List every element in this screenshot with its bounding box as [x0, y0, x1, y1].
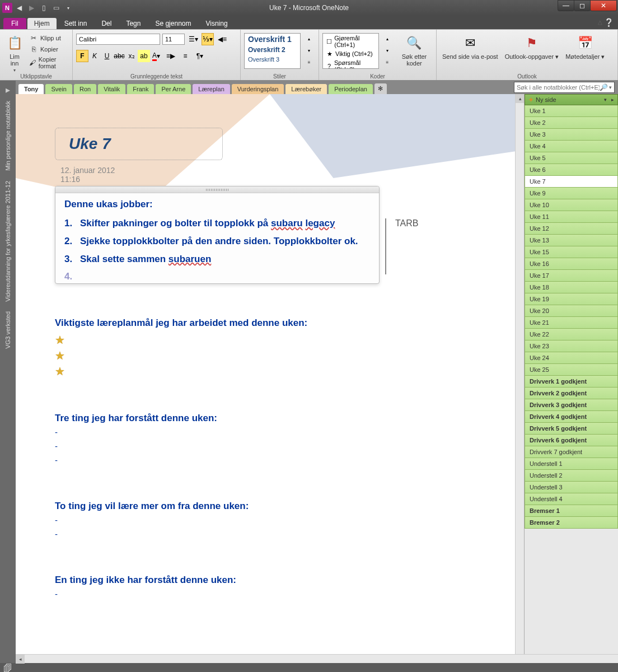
- page-list-item[interactable]: Uke 16: [525, 258, 618, 270]
- section-tab-periodeplan[interactable]: Periodeplan: [328, 83, 373, 94]
- page-list-item[interactable]: Understell 2: [525, 470, 618, 482]
- page-list-item[interactable]: Uke 19: [525, 293, 618, 305]
- page-list-item[interactable]: Understell 1: [525, 458, 618, 470]
- styles-more-button[interactable]: ≡: [303, 57, 315, 68]
- page-list-item[interactable]: Uke 9: [525, 188, 618, 199]
- style-heading3[interactable]: Overskrift 3: [245, 55, 300, 64]
- list-item[interactable]: 4.: [64, 268, 370, 272]
- tags-down-button[interactable]: ▾: [381, 45, 394, 57]
- page-list-item[interactable]: Uke 23: [525, 340, 618, 352]
- note-container-handle[interactable]: [55, 186, 379, 193]
- list-item[interactable]: 1.Skifter pakninger og bolter til topplo…: [64, 214, 370, 232]
- italic-button[interactable]: K: [88, 50, 101, 62]
- page-list-item[interactable]: Uke 6: [525, 164, 618, 176]
- tags-gallery[interactable]: ☐Gjøremål (Ctrl+1)★Viktig (Ctrl+2)?Spørs…: [322, 33, 379, 69]
- style-heading2[interactable]: Overskrift 2: [245, 45, 300, 55]
- ribbon-tab-se-gjennom[interactable]: Se gjennom: [148, 18, 198, 29]
- side-annotation[interactable]: TARB: [385, 218, 418, 274]
- qat-forward-button[interactable]: ▶: [26, 2, 37, 13]
- side-annotation-text[interactable]: TARB: [395, 218, 418, 228]
- list-item[interactable]: -: [55, 513, 485, 527]
- tags-up-button[interactable]: ▴: [381, 33, 394, 45]
- ribbon-tab-hjem[interactable]: Hjem: [27, 18, 57, 29]
- page-list-item[interactable]: Uke 24: [525, 352, 618, 364]
- page-list-item[interactable]: Uke 2: [525, 117, 618, 129]
- outlook-tasks-button[interactable]: ⚑ Outlook-oppgaver ▾: [503, 33, 561, 61]
- qat-dock-button[interactable]: ▯: [38, 2, 49, 13]
- section-tab-per-arne[interactable]: Per Arne: [155, 83, 191, 94]
- scroll-left-icon[interactable]: ◂: [16, 655, 25, 664]
- page-list-item[interactable]: Uke 15: [525, 246, 618, 258]
- search-input[interactable]: [517, 84, 600, 91]
- section-tab-vitalik[interactable]: Vitalik: [97, 83, 126, 94]
- section-heading[interactable]: Viktigste læreplanmål jeg har arbeidet m…: [55, 318, 485, 329]
- search-box[interactable]: 🔎 ▾: [514, 82, 615, 93]
- styles-gallery[interactable]: Overskrift 1 Overskrift 2 Overskrift 3: [244, 33, 301, 69]
- tag-item[interactable]: ★Viktig (Ctrl+2): [323, 49, 378, 58]
- notebook-rail-item[interactable]: VG3 verksted: [3, 307, 12, 353]
- page-list-item[interactable]: Uke 17: [525, 270, 618, 282]
- close-button[interactable]: ✕: [590, 0, 617, 11]
- section-heading[interactable]: Tre ting jeg har forstått denne uken:: [55, 413, 485, 424]
- strikethrough-button[interactable]: abc: [113, 50, 125, 62]
- bold-button[interactable]: F: [76, 50, 88, 62]
- help-icon[interactable]: ❔: [604, 18, 614, 27]
- jobs-list[interactable]: 1.Skifter pakninger og bolter til topplo…: [64, 214, 370, 272]
- tag-item[interactable]: ?Spørsmål (Ctrl+3): [323, 58, 378, 69]
- minimize-ribbon-icon[interactable]: △: [598, 19, 602, 25]
- page-list-item[interactable]: Drivverk 6 godkjent: [525, 435, 618, 446]
- page-list-item[interactable]: Uke 22: [525, 329, 618, 340]
- styles-down-button[interactable]: ▾: [303, 45, 315, 57]
- jobs-heading[interactable]: Denne ukas jobber:: [64, 199, 370, 210]
- font-size-select[interactable]: [162, 34, 185, 45]
- qat-dropdown[interactable]: ▾: [63, 2, 74, 13]
- ribbon-tab-sett-inn[interactable]: Sett inn: [58, 18, 94, 29]
- qat-fullpage-button[interactable]: ▭: [50, 2, 62, 13]
- page-canvas[interactable]: Uke 7 12. januar 2012 11:16 Denne ukas j…: [16, 94, 524, 654]
- paragraph-button[interactable]: ¶▾: [194, 50, 206, 62]
- vertical-scrollbar[interactable]: ▴: [515, 94, 524, 654]
- section-tab-svein[interactable]: Svein: [45, 83, 73, 94]
- page-list-item[interactable]: Uke 25: [525, 364, 618, 376]
- indent-button[interactable]: ≡▶: [165, 50, 177, 62]
- file-tab[interactable]: Fil: [3, 18, 26, 29]
- list-item[interactable]: -: [55, 439, 485, 453]
- numbering-button[interactable]: ⅓▾: [202, 33, 214, 45]
- page-list-item[interactable]: Drivverk 1 godkjent: [525, 376, 618, 388]
- align-button[interactable]: ≡: [179, 50, 191, 62]
- star-icon[interactable]: ★: [55, 332, 485, 348]
- star-icon[interactable]: ★: [55, 363, 485, 379]
- highlight-button[interactable]: ab: [138, 50, 150, 62]
- page-list-item[interactable]: Bremser 2: [525, 517, 618, 529]
- page-list-item[interactable]: Bremser 1: [525, 505, 618, 517]
- list-item[interactable]: 2.Sjekke topplokkbolter på den andre sid…: [64, 232, 370, 250]
- section-heading[interactable]: To ting jeg vil lære mer om fra denne uk…: [55, 501, 485, 512]
- find-tags-button[interactable]: 🔍 Søk etter koder: [396, 33, 433, 68]
- section-tab-tony[interactable]: Tony: [18, 83, 44, 94]
- section-heading[interactable]: En ting jeg ikke har forstått denne uken…: [55, 575, 485, 586]
- page-list-item[interactable]: Uke 1: [525, 105, 618, 117]
- page-list-item[interactable]: Understell 4: [525, 493, 618, 505]
- section-tab-frank[interactable]: Frank: [127, 83, 154, 94]
- expand-rail-button[interactable]: ▸: [2, 84, 13, 95]
- page-list-item[interactable]: Uke 5: [525, 152, 618, 164]
- page-list-item[interactable]: Drivverk 4 godkjent: [525, 411, 618, 423]
- page-list-item[interactable]: Drivverk 2 godkjent: [525, 388, 618, 399]
- ribbon-tab-tegn[interactable]: Tegn: [119, 18, 147, 29]
- list-item[interactable]: -: [55, 527, 485, 541]
- page-date[interactable]: 12. januar 2012: [60, 166, 485, 175]
- new-page-button[interactable]: ✦ Ny side ▾ ▸: [525, 94, 618, 105]
- star-icon[interactable]: ★: [55, 348, 485, 363]
- page-list-item[interactable]: Uke 10: [525, 199, 618, 211]
- notebook-rail-item[interactable]: Videreutdanning for yrkesfaglærere 2011-…: [3, 176, 12, 306]
- search-icon[interactable]: 🔎: [600, 83, 608, 91]
- page-list-item[interactable]: Uke 7: [525, 176, 618, 188]
- page-list-item[interactable]: Uke 21: [525, 317, 618, 329]
- font-color-button[interactable]: A▾: [150, 50, 162, 62]
- styles-up-button[interactable]: ▴: [303, 33, 315, 45]
- ribbon-tab-del[interactable]: Del: [95, 18, 118, 29]
- page-list-item[interactable]: Uke 11: [525, 211, 618, 223]
- list-item[interactable]: -: [55, 587, 485, 601]
- section-tab-vurderingsplan[interactable]: Vurderingsplan: [231, 83, 285, 94]
- note-container[interactable]: Denne ukas jobber: 1.Skifter pakninger o…: [55, 186, 380, 284]
